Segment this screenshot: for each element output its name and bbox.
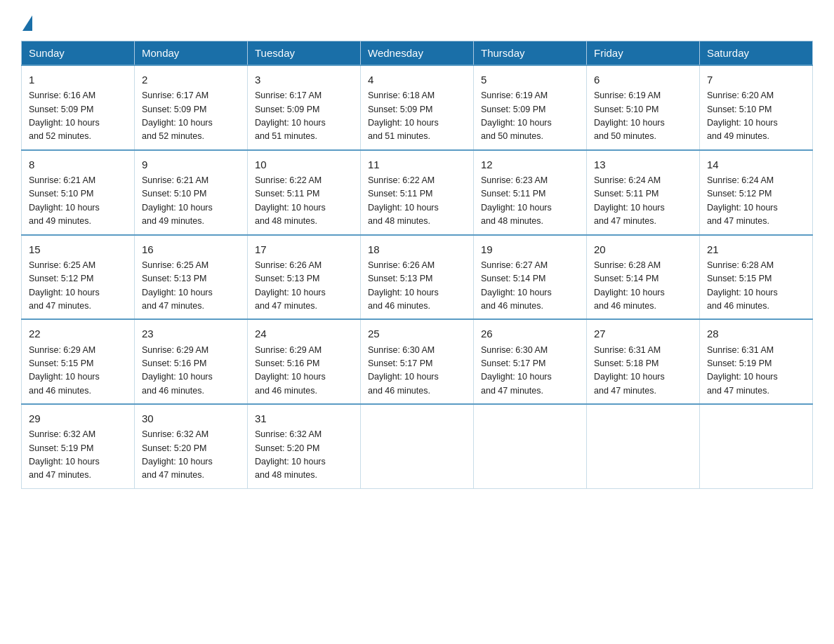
day-number: 2 <box>142 72 240 88</box>
calendar-cell: 5Sunrise: 6:19 AMSunset: 5:09 PMDaylight… <box>474 65 587 150</box>
calendar-week-row: 15Sunrise: 6:25 AMSunset: 5:12 PMDayligh… <box>22 235 813 320</box>
day-header-row: SundayMondayTuesdayWednesdayThursdayFrid… <box>22 41 813 66</box>
day-info: Sunrise: 6:22 AMSunset: 5:11 PMDaylight:… <box>368 175 439 226</box>
day-info: Sunrise: 6:27 AMSunset: 5:14 PMDaylight:… <box>481 260 552 311</box>
calendar-cell: 10Sunrise: 6:22 AMSunset: 5:11 PMDayligh… <box>248 150 361 235</box>
day-number: 17 <box>255 241 353 257</box>
day-number: 28 <box>707 326 805 342</box>
day-header-thursday: Thursday <box>474 41 587 66</box>
day-info: Sunrise: 6:26 AMSunset: 5:13 PMDaylight:… <box>368 260 439 311</box>
day-info: Sunrise: 6:21 AMSunset: 5:10 PMDaylight:… <box>142 175 213 226</box>
day-info: Sunrise: 6:32 AMSunset: 5:20 PMDaylight:… <box>142 429 213 480</box>
calendar-cell: 27Sunrise: 6:31 AMSunset: 5:18 PMDayligh… <box>587 319 700 404</box>
calendar-header: SundayMondayTuesdayWednesdayThursdayFrid… <box>22 41 813 66</box>
calendar-week-row: 29Sunrise: 6:32 AMSunset: 5:19 PMDayligh… <box>22 404 813 488</box>
day-number: 18 <box>368 241 466 257</box>
day-info: Sunrise: 6:20 AMSunset: 5:10 PMDaylight:… <box>707 90 778 141</box>
logo <box>21 14 32 28</box>
day-number: 24 <box>255 326 353 342</box>
calendar-cell: 4Sunrise: 6:18 AMSunset: 5:09 PMDaylight… <box>361 65 474 150</box>
calendar-cell: 19Sunrise: 6:27 AMSunset: 5:14 PMDayligh… <box>474 235 587 320</box>
day-number: 27 <box>594 326 692 342</box>
calendar-cell <box>587 404 700 488</box>
day-number: 11 <box>368 156 466 173</box>
calendar-cell <box>474 404 587 488</box>
day-number: 14 <box>707 156 805 173</box>
day-info: Sunrise: 6:18 AMSunset: 5:09 PMDaylight:… <box>368 90 439 141</box>
day-number: 23 <box>142 326 240 342</box>
day-info: Sunrise: 6:31 AMSunset: 5:18 PMDaylight:… <box>594 345 665 396</box>
day-info: Sunrise: 6:19 AMSunset: 5:10 PMDaylight:… <box>594 90 665 141</box>
day-info: Sunrise: 6:32 AMSunset: 5:20 PMDaylight:… <box>255 429 326 480</box>
day-header-sunday: Sunday <box>22 41 135 66</box>
day-number: 7 <box>707 72 805 88</box>
day-number: 31 <box>255 410 353 427</box>
calendar-cell <box>700 404 813 488</box>
day-info: Sunrise: 6:30 AMSunset: 5:17 PMDaylight:… <box>481 345 552 396</box>
calendar-cell: 23Sunrise: 6:29 AMSunset: 5:16 PMDayligh… <box>135 319 248 404</box>
day-info: Sunrise: 6:32 AMSunset: 5:19 PMDaylight:… <box>29 429 100 480</box>
day-number: 13 <box>594 156 692 173</box>
day-number: 21 <box>707 241 805 257</box>
calendar-cell: 26Sunrise: 6:30 AMSunset: 5:17 PMDayligh… <box>474 319 587 404</box>
calendar-week-row: 22Sunrise: 6:29 AMSunset: 5:15 PMDayligh… <box>22 319 813 404</box>
calendar-cell: 7Sunrise: 6:20 AMSunset: 5:10 PMDaylight… <box>700 65 813 150</box>
day-number: 5 <box>481 72 579 88</box>
day-number: 10 <box>255 156 353 173</box>
day-info: Sunrise: 6:26 AMSunset: 5:13 PMDaylight:… <box>255 260 326 311</box>
day-number: 22 <box>29 326 127 342</box>
calendar-body: 1Sunrise: 6:16 AMSunset: 5:09 PMDaylight… <box>22 65 813 488</box>
calendar-cell: 16Sunrise: 6:25 AMSunset: 5:13 PMDayligh… <box>135 235 248 320</box>
day-number: 9 <box>142 156 240 173</box>
day-number: 8 <box>29 156 127 173</box>
day-number: 4 <box>368 72 466 88</box>
day-info: Sunrise: 6:24 AMSunset: 5:12 PMDaylight:… <box>707 175 778 226</box>
day-header-wednesday: Wednesday <box>361 41 474 66</box>
day-number: 20 <box>594 241 692 257</box>
day-number: 16 <box>142 241 240 257</box>
day-header-friday: Friday <box>587 41 700 66</box>
day-info: Sunrise: 6:29 AMSunset: 5:15 PMDaylight:… <box>29 345 100 396</box>
day-number: 12 <box>481 156 579 173</box>
day-info: Sunrise: 6:28 AMSunset: 5:14 PMDaylight:… <box>594 260 665 311</box>
day-number: 30 <box>142 410 240 427</box>
day-info: Sunrise: 6:17 AMSunset: 5:09 PMDaylight:… <box>142 90 213 141</box>
day-info: Sunrise: 6:30 AMSunset: 5:17 PMDaylight:… <box>368 345 439 396</box>
day-number: 26 <box>481 326 579 342</box>
day-number: 1 <box>29 72 127 88</box>
calendar-week-row: 1Sunrise: 6:16 AMSunset: 5:09 PMDaylight… <box>22 65 813 150</box>
day-info: Sunrise: 6:28 AMSunset: 5:15 PMDaylight:… <box>707 260 778 311</box>
calendar-cell: 24Sunrise: 6:29 AMSunset: 5:16 PMDayligh… <box>248 319 361 404</box>
calendar-cell: 29Sunrise: 6:32 AMSunset: 5:19 PMDayligh… <box>22 404 135 488</box>
calendar-cell: 20Sunrise: 6:28 AMSunset: 5:14 PMDayligh… <box>587 235 700 320</box>
day-info: Sunrise: 6:19 AMSunset: 5:09 PMDaylight:… <box>481 90 552 141</box>
day-info: Sunrise: 6:16 AMSunset: 5:09 PMDaylight:… <box>29 90 100 141</box>
calendar-cell: 14Sunrise: 6:24 AMSunset: 5:12 PMDayligh… <box>700 150 813 235</box>
calendar-cell: 9Sunrise: 6:21 AMSunset: 5:10 PMDaylight… <box>135 150 248 235</box>
calendar-table: SundayMondayTuesdayWednesdayThursdayFrid… <box>21 41 813 489</box>
day-header-saturday: Saturday <box>700 41 813 66</box>
day-info: Sunrise: 6:21 AMSunset: 5:10 PMDaylight:… <box>29 175 100 226</box>
calendar-cell: 15Sunrise: 6:25 AMSunset: 5:12 PMDayligh… <box>22 235 135 320</box>
day-info: Sunrise: 6:25 AMSunset: 5:12 PMDaylight:… <box>29 260 100 311</box>
calendar-cell: 2Sunrise: 6:17 AMSunset: 5:09 PMDaylight… <box>135 65 248 150</box>
calendar-cell: 1Sunrise: 6:16 AMSunset: 5:09 PMDaylight… <box>22 65 135 150</box>
calendar-cell: 6Sunrise: 6:19 AMSunset: 5:10 PMDaylight… <box>587 65 700 150</box>
logo-triangle-icon <box>22 15 32 31</box>
day-number: 25 <box>368 326 466 342</box>
day-info: Sunrise: 6:29 AMSunset: 5:16 PMDaylight:… <box>255 345 326 396</box>
calendar-cell: 11Sunrise: 6:22 AMSunset: 5:11 PMDayligh… <box>361 150 474 235</box>
day-info: Sunrise: 6:31 AMSunset: 5:19 PMDaylight:… <box>707 345 778 396</box>
day-number: 3 <box>255 72 353 88</box>
calendar-cell <box>361 404 474 488</box>
day-info: Sunrise: 6:25 AMSunset: 5:13 PMDaylight:… <box>142 260 213 311</box>
calendar-cell: 13Sunrise: 6:24 AMSunset: 5:11 PMDayligh… <box>587 150 700 235</box>
day-info: Sunrise: 6:29 AMSunset: 5:16 PMDaylight:… <box>142 345 213 396</box>
day-number: 6 <box>594 72 692 88</box>
calendar-week-row: 8Sunrise: 6:21 AMSunset: 5:10 PMDaylight… <box>22 150 813 235</box>
day-number: 19 <box>481 241 579 257</box>
day-header-monday: Monday <box>135 41 248 66</box>
calendar-cell: 3Sunrise: 6:17 AMSunset: 5:09 PMDaylight… <box>248 65 361 150</box>
calendar-cell: 12Sunrise: 6:23 AMSunset: 5:11 PMDayligh… <box>474 150 587 235</box>
day-info: Sunrise: 6:22 AMSunset: 5:11 PMDaylight:… <box>255 175 326 226</box>
